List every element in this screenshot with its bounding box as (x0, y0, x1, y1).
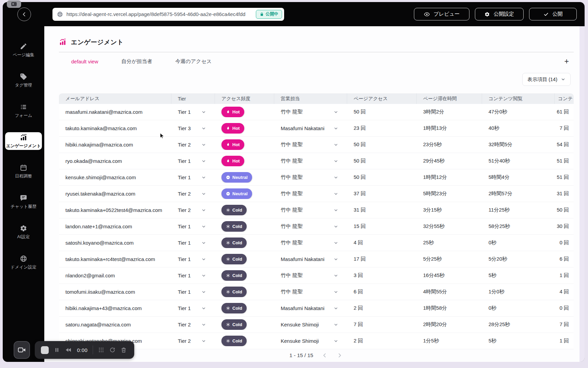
pause-button[interactable] (54, 347, 60, 353)
sales-rep-select[interactable]: Masafumi Nakatani (274, 305, 347, 311)
restart-button[interactable] (109, 347, 115, 353)
sales-rep-select[interactable]: 竹中 龍聖 (274, 207, 347, 213)
stop-record-button[interactable] (41, 346, 49, 354)
column-header[interactable]: コンテ (555, 93, 574, 104)
column-header[interactable]: ページ滞在時間 (417, 93, 482, 104)
tier-select[interactable]: Tier 2 (171, 322, 215, 327)
sales-rep-select[interactable]: Masafumi Nakatani (274, 125, 347, 131)
sidebar-item-tag-management[interactable]: タグ管理 (5, 72, 42, 89)
frequency-label: Cold (232, 273, 242, 278)
tier-select[interactable]: Tier 2 (171, 142, 215, 148)
tier-select[interactable]: Tier 2 (171, 191, 215, 197)
table-row[interactable]: shigeaki.watanabe@mazrica.comTier 2ColdK… (59, 333, 574, 349)
sidebar-item-schedule[interactable]: 日程調整 (5, 163, 42, 180)
tier-select[interactable]: Tier 1 (171, 174, 215, 180)
tab-my-accounts[interactable]: 自分が担当者 (121, 58, 152, 65)
email-cell: satoru.nagata@mazrica.com (59, 322, 171, 327)
sidebar-item-engagement[interactable]: エンゲージメント (5, 132, 42, 150)
sales-rep-value: 竹中 龍聖 (281, 272, 303, 279)
publish-button[interactable]: 公開 (529, 8, 577, 20)
table-row[interactable]: takuto.kaminaka@mazrica.comTier 3HotMasa… (59, 120, 574, 137)
table-row[interactable]: ryusei.takenaka@mazrica.comTier 2Neutral… (59, 186, 574, 202)
tier-value: Tier 1 (178, 109, 191, 115)
preview-button-label: プレビュー (434, 11, 460, 17)
chevron-down-icon (334, 224, 338, 229)
tier-select[interactable]: Tier 1 (171, 256, 215, 262)
page-title: エンゲージメント (71, 38, 124, 46)
back-button[interactable] (17, 7, 31, 21)
eye-icon (424, 11, 430, 17)
tier-select[interactable]: Tier 1 (171, 305, 215, 311)
sales-rep-select[interactable]: Kensuke Shimoji (274, 338, 347, 344)
frequency-label: Cold (232, 208, 242, 213)
sales-rep-select[interactable]: 竹中 龍聖 (274, 289, 347, 295)
blur-button[interactable] (98, 347, 104, 353)
next-page-button[interactable] (336, 352, 343, 359)
table-row[interactable]: takuto.kaminaka+rc4test@mazrica.comTier … (59, 251, 574, 267)
publish-settings-button[interactable]: 公開設定 (475, 8, 524, 20)
sales-rep-select[interactable]: 竹中 龍聖 (274, 272, 347, 279)
tier-select[interactable]: Tier 3 (171, 125, 215, 131)
tab-default-view[interactable]: default view (71, 59, 98, 64)
table-row[interactable]: masafumi.nakatani@mazrica.comTier 1Hot竹中… (59, 104, 574, 120)
column-header[interactable]: 営業担当 (274, 93, 347, 104)
sales-rep-select[interactable]: 竹中 龍聖 (274, 141, 347, 148)
table-row[interactable]: tomofumi.iisaku@mazrica.comTier 1Cold竹中 … (59, 284, 574, 300)
column-header[interactable]: メールアドレス (59, 93, 171, 104)
chevron-down-icon (201, 306, 206, 311)
sales-rep-select[interactable]: Masafumi Nakatani (274, 256, 347, 262)
table-row[interactable]: kensuke.shimoji@mazrica.comTier 1Neutral… (59, 169, 574, 186)
tier-select[interactable]: Tier 1 (171, 109, 215, 115)
table-row[interactable]: satoshi.koyano@mazrica.comTier 1Cold竹中 龍… (59, 235, 574, 251)
tier-select[interactable]: Tier 2 (171, 338, 215, 344)
sidebar-item-form[interactable]: フォーム (5, 102, 42, 120)
page-time-cell: 1分5秒 (417, 338, 482, 344)
sales-rep-select[interactable]: 竹中 龍聖 (274, 240, 347, 246)
table-row[interactable]: nlandon2@gmail.comTier 1Cold竹中 龍聖3 回16分4… (59, 267, 574, 284)
columns-dropdown[interactable]: 表示項目 (14) (522, 73, 571, 86)
tier-select[interactable]: Tier 1 (171, 289, 215, 295)
tier-select[interactable]: Tier 2 (171, 207, 215, 213)
tier-select[interactable]: Tier 1 (171, 158, 215, 164)
scrollbar[interactable] (579, 26, 585, 362)
sales-rep-select[interactable]: Kensuke Shimoji (274, 322, 347, 327)
table-row[interactable]: satoru.nagata@mazrica.comTier 2ColdKensu… (59, 317, 574, 333)
sales-rep-select[interactable]: 竹中 龍聖 (274, 158, 347, 164)
sales-rep-select[interactable]: 竹中 龍聖 (274, 174, 347, 181)
table-row[interactable]: landon.nate+1@mazrica.comTier 1Cold竹中 龍聖… (59, 218, 574, 235)
sales-rep-value: 竹中 龍聖 (281, 207, 303, 213)
table-row[interactable]: hibiki.nakajima@mazrica.comTier 2Hot竹中 龍… (59, 137, 574, 153)
column-header[interactable]: アクセス頻度 (215, 93, 274, 104)
frequency-badge: Neutral (221, 172, 252, 183)
column-header[interactable]: Tier (171, 93, 215, 104)
rewind-button[interactable] (65, 347, 72, 353)
sidebar-item-ai-settings[interactable]: AI設定 (5, 223, 42, 241)
table-row[interactable]: ryo.okada@mazrica.comTier 1Hot竹中 龍聖50 回2… (59, 153, 574, 169)
content-count-cell: 7 回 (555, 321, 574, 328)
add-view-button[interactable]: + (564, 58, 569, 65)
sidebar-item-chat-history[interactable]: チャット履歴 (5, 193, 42, 211)
sidebar-item-domain-settings[interactable]: ドメイン設定 (5, 254, 42, 271)
column-header[interactable]: コンテンツ閲覧 (482, 93, 555, 104)
table-row[interactable]: hibiki.nakajima+43@mazrica.comTier 1Cold… (59, 300, 574, 317)
table-row[interactable]: takuto.kaminaka+0522test4@mazrica.comTie… (59, 202, 574, 218)
frequency-badge: Cold (221, 303, 247, 313)
camera-button[interactable] (14, 341, 30, 359)
url-bar[interactable]: https://deal-agent-rc.vercel.app/page/8d… (52, 8, 284, 21)
sales-rep-select[interactable]: 竹中 龍聖 (274, 223, 347, 230)
prev-page-button[interactable] (321, 352, 328, 359)
content-count-cell: 4 回 (555, 289, 574, 295)
list-icon (20, 103, 27, 111)
tier-select[interactable]: Tier 1 (171, 240, 215, 246)
sales-rep-select[interactable]: 竹中 龍聖 (274, 190, 347, 197)
content-count-cell: 54 回 (555, 141, 574, 148)
sales-rep-select[interactable]: 竹中 龍聖 (274, 109, 347, 115)
column-header[interactable]: ページアクセス (347, 93, 417, 104)
sidebar-item-page-edit[interactable]: ページ編集 (5, 41, 42, 59)
tab-weekly-access[interactable]: 今週のアクセス (175, 58, 212, 65)
browser-tab-stub[interactable] (7, 0, 21, 8)
tier-select[interactable]: Tier 1 (171, 273, 215, 278)
tier-select[interactable]: Tier 1 (171, 224, 215, 229)
delete-recording-button[interactable] (121, 347, 127, 353)
preview-button[interactable]: プレビュー (414, 8, 469, 20)
